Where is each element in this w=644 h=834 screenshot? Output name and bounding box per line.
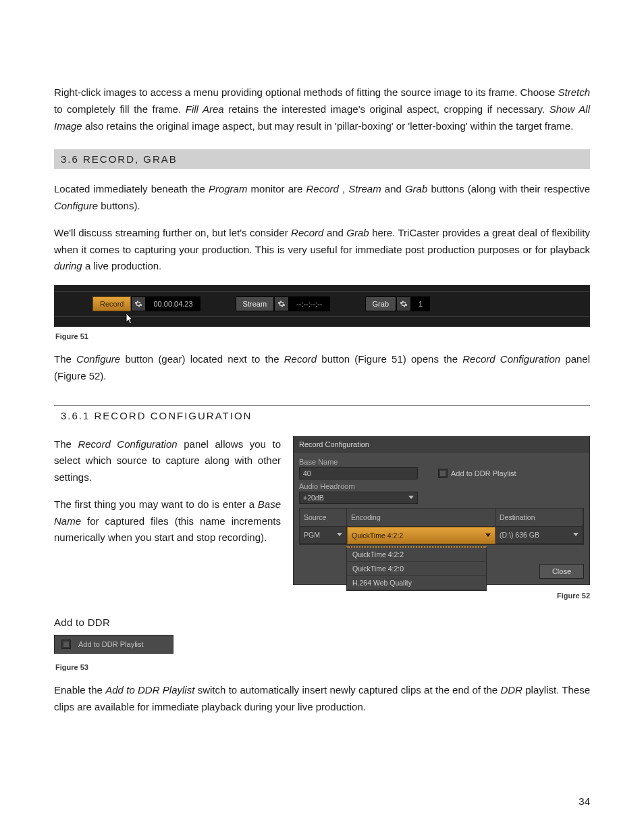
- gear-icon: [277, 300, 286, 308]
- destination-select[interactable]: (D:\) 636 GB: [495, 527, 583, 544]
- text: button (Figure 51) opens the: [321, 353, 462, 365]
- stream-group: Stream --:--:--:--: [236, 296, 330, 312]
- table-row: PGM QuickTime 4:2:2 (D:\) 636 GB: [300, 527, 583, 544]
- audio-headroom-value: +20dB: [303, 494, 324, 502]
- figure-52-caption: Figure 52: [293, 592, 590, 600]
- text: to completely fill the frame.: [54, 103, 186, 115]
- left-text-column: The Record Configuration panel allows yo…: [54, 436, 284, 547]
- text: also retains the original image aspect, …: [85, 120, 573, 132]
- term-record: Record: [306, 183, 339, 194]
- figure-52-wrap: Record Configuration Base Name 40 Add to…: [293, 436, 590, 600]
- paragraph-base-name: The first thing you may want to do is en…: [54, 496, 284, 546]
- term-grab: Grab: [346, 227, 369, 238]
- page-number: 34: [579, 796, 590, 807]
- record-group: Record 00.00.04.23: [92, 296, 200, 312]
- term-grab: Grab: [405, 183, 427, 194]
- capture-table: Source Encoding Destination PGM QuickTim…: [299, 508, 584, 545]
- encoding-select[interactable]: QuickTime 4:2:2: [347, 527, 495, 544]
- text: for captured files (this name increments…: [54, 515, 281, 544]
- text: Located immediately beneath the: [54, 183, 209, 194]
- figure-51-caption: Figure 51: [55, 332, 590, 340]
- term-fill-area: Fill Area: [186, 103, 224, 115]
- figure-53-caption: Figure 53: [55, 663, 590, 671]
- text: retains the interested image's original …: [228, 103, 549, 115]
- audio-headroom-select[interactable]: +20dB: [299, 492, 418, 504]
- record-button[interactable]: Record: [92, 296, 131, 311]
- chevron-down-icon: [485, 533, 491, 537]
- destination-value: (D:\) 636 GB: [500, 531, 539, 539]
- text: Right-click images to access a menu prov…: [54, 86, 558, 98]
- page: Right-click images to access a menu prov…: [0, 0, 644, 834]
- figure-51: Record 00.00.04.23 Stream --:--:--:-- Gr…: [54, 285, 590, 327]
- text: We'll discuss streaming further on, but …: [54, 227, 291, 238]
- heading-3-6: 3.6 RECORD, GRAB: [54, 149, 590, 169]
- grab-configure-button[interactable]: [396, 296, 411, 311]
- chevron-down-icon: [573, 533, 579, 536]
- chevron-down-icon: [408, 496, 414, 499]
- source-select[interactable]: PGM: [300, 527, 347, 544]
- toolbar: Record 00.00.04.23 Stream --:--:--:-- Gr…: [55, 291, 589, 317]
- grab-button[interactable]: Grab: [365, 296, 396, 311]
- paragraph-program-monitor: Located immediately beneath the Program …: [54, 181, 590, 215]
- record-configure-button[interactable]: [131, 296, 146, 311]
- gear-icon: [400, 300, 408, 308]
- two-column-layout: Record Configuration Base Name 40 Add to…: [54, 436, 590, 602]
- grab-count-readout: 1: [411, 296, 430, 311]
- term-configure: Configure: [54, 200, 98, 211]
- text: monitor are: [251, 183, 306, 194]
- text: a live production.: [85, 260, 161, 271]
- term-program: Program: [209, 183, 248, 194]
- add-to-ddr-heading: Add to DDR: [54, 615, 590, 631]
- figure-53: Add to DDR Playlist: [54, 635, 173, 654]
- term-record-configuration: Record Configuration: [78, 438, 177, 450]
- base-name-input[interactable]: 40: [299, 467, 418, 479]
- base-name-value: 40: [303, 469, 311, 477]
- add-to-ddr-label: Add to DDR Playlist: [451, 469, 516, 477]
- heading-3-6-1: 3.6.1 RECORD CONFIGURATION: [54, 405, 590, 425]
- stream-configure-button[interactable]: [274, 296, 289, 311]
- text: and: [385, 183, 405, 194]
- paragraph-streaming: We'll discuss streaming further on, but …: [54, 225, 590, 275]
- text: buttons).: [101, 200, 140, 211]
- record-configuration-panel: Record Configuration Base Name 40 Add to…: [293, 436, 590, 585]
- stream-button[interactable]: Stream: [236, 296, 274, 311]
- text: Enable the: [54, 684, 105, 696]
- text: button (gear) located next to the: [125, 353, 284, 365]
- term-configure: Configure: [76, 353, 120, 365]
- record-time-readout: 00.00.04.23: [146, 296, 200, 311]
- add-to-ddr-checkbox[interactable]: [61, 640, 71, 649]
- term-stream: Stream: [348, 183, 381, 194]
- col-encoding: Encoding: [347, 509, 495, 527]
- add-to-ddr-label: Add to DDR Playlist: [78, 640, 144, 648]
- term-record-configuration: Record Configuration: [462, 353, 560, 365]
- panel-title: Record Configuration: [294, 437, 589, 452]
- text: buttons (along with their respective: [431, 183, 590, 194]
- table-header: Source Encoding Destination: [300, 509, 583, 527]
- chevron-down-icon: [337, 533, 342, 536]
- stream-time-readout: --:--:--:--: [289, 296, 329, 311]
- intro-paragraph: Right-click images to access a menu prov…: [54, 84, 590, 134]
- term-add-to-ddr-playlist: Add to DDR Playlist: [105, 684, 194, 696]
- audio-headroom-label: Audio Headroom: [299, 481, 584, 492]
- paragraph-configure-button: The Configure button (gear) located next…: [54, 351, 590, 385]
- close-button[interactable]: Close: [539, 564, 584, 579]
- add-to-ddr-checkbox[interactable]: [438, 469, 448, 478]
- paragraph-record-config: The Record Configuration panel allows yo…: [54, 436, 284, 486]
- text: and: [327, 227, 346, 238]
- text: switch to automatically insert newly cap…: [198, 684, 501, 696]
- term-during: during: [54, 260, 82, 271]
- encoding-value: QuickTime 4:2:2: [352, 531, 403, 540]
- col-destination: Destination: [495, 509, 583, 527]
- term-ddr: DDR: [500, 684, 522, 696]
- term-stretch: Stretch: [558, 86, 590, 98]
- col-source: Source: [300, 509, 347, 527]
- text: ,: [342, 183, 348, 194]
- term-record: Record: [284, 353, 317, 365]
- text: The: [54, 353, 76, 365]
- source-value: PGM: [304, 531, 320, 539]
- grab-group: Grab 1: [365, 296, 431, 312]
- gear-icon: [134, 300, 142, 308]
- text: The first thing you may want to do is en…: [54, 498, 258, 510]
- text: The: [54, 438, 78, 450]
- paragraph-add-ddr: Enable the Add to DDR Playlist switch to…: [54, 682, 590, 716]
